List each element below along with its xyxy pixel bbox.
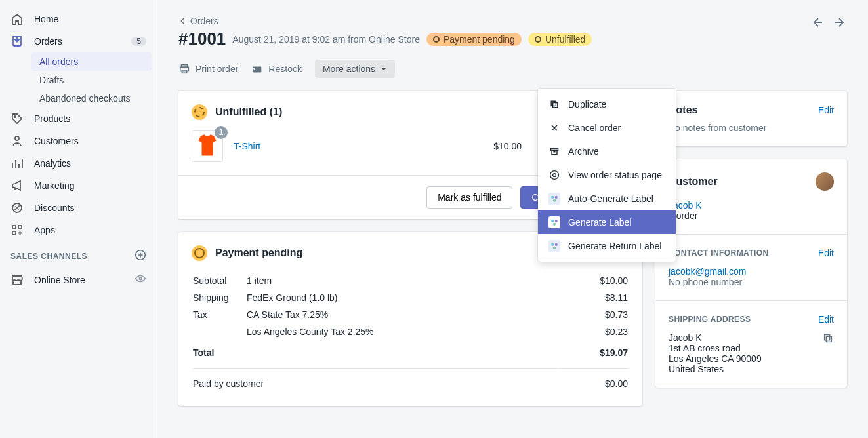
home-icon	[10, 12, 24, 26]
page-title: #1001	[178, 29, 226, 49]
nav-label: Marketing	[34, 180, 74, 191]
svg-rect-9	[180, 67, 189, 71]
svg-point-19	[553, 199, 556, 202]
app-icon	[548, 216, 560, 228]
title-row: #1001 August 21, 2019 at 9:02 am from On…	[178, 29, 847, 49]
svg-rect-3	[12, 226, 16, 229]
customer-phone: No phone number	[669, 277, 834, 287]
unfulfilled-ring-icon	[192, 104, 207, 120]
summary-row: Tax CA State Tax 7.25% $0.73	[193, 307, 628, 323]
svg-point-1	[15, 136, 19, 140]
status-dot-icon	[535, 36, 541, 43]
contact-info-title: CONTACT INFORMATION	[669, 249, 768, 258]
nav-discounts[interactable]: Discounts	[0, 197, 157, 219]
app-icon	[548, 193, 560, 205]
more-actions-menu: Duplicate Cancel order Archive View orde…	[538, 89, 676, 262]
duplicate-icon	[548, 98, 560, 110]
nav-label: Analytics	[34, 158, 71, 169]
analytics-icon	[10, 157, 24, 170]
nav-products[interactable]: Products	[0, 108, 157, 130]
payment-status-badge: Payment pending	[426, 33, 522, 46]
nav-label: Products	[34, 113, 70, 124]
svg-point-23	[551, 243, 554, 246]
nav-home[interactable]: Home	[0, 8, 157, 30]
customer-order-count: 1 order	[669, 210, 834, 221]
svg-point-24	[555, 243, 558, 246]
avatar[interactable]	[816, 172, 834, 191]
print-icon	[178, 63, 190, 75]
nav-label: Customers	[34, 136, 79, 146]
actions-row: Print order Restock More actions	[178, 60, 847, 78]
payment-ring-icon	[192, 245, 207, 261]
restock-button[interactable]: Restock	[251, 63, 302, 75]
svg-rect-12	[551, 101, 556, 106]
nav-orders[interactable]: Orders 5	[0, 30, 157, 52]
contact-edit-link[interactable]: Edit	[818, 248, 834, 258]
nav-customers[interactable]: Customers	[0, 130, 157, 152]
nav-label: Apps	[34, 225, 55, 235]
channels-title: SALES CHANNELS	[10, 252, 87, 261]
summary-total-row: Total $19.07	[193, 341, 628, 367]
view-icon	[548, 169, 560, 181]
sales-channels-header: SALES CHANNELS	[0, 241, 157, 268]
summary-row: Los Angeles County Tax 2.25% $0.23	[193, 324, 628, 340]
shipping-edit-link[interactable]: Edit	[818, 314, 834, 325]
summary-paid-row: Paid by customer $0.00	[193, 368, 628, 391]
nav-marketing[interactable]: Marketing	[0, 174, 157, 197]
subnav-abandoned[interactable]: Abandoned checkouts	[31, 89, 152, 108]
menu-duplicate[interactable]: Duplicate	[538, 92, 676, 116]
notes-card: Notes Edit No notes from customer	[655, 91, 847, 146]
prev-order-icon[interactable]	[810, 16, 823, 31]
tag-icon	[10, 112, 24, 125]
svg-point-21	[555, 220, 558, 222]
status-dot-icon	[433, 36, 440, 43]
menu-generate-return-label[interactable]: Generate Return Label	[538, 234, 676, 258]
nav-online-store[interactable]: Online Store	[0, 268, 157, 291]
subnav-all-orders[interactable]: All orders	[31, 52, 152, 71]
discount-icon	[10, 201, 24, 214]
print-order-button[interactable]: Print order	[178, 63, 238, 75]
svg-point-22	[553, 223, 556, 226]
tshirt-icon	[196, 134, 218, 159]
shipping-address: Jacob K 1st AB cross road Los Angeles CA…	[669, 332, 762, 374]
subnav-drafts[interactable]: Drafts	[31, 71, 152, 89]
nav-label: Discounts	[34, 203, 74, 213]
product-thumbnail[interactable]: 1	[192, 130, 223, 162]
product-name-link[interactable]: T-Shirt	[234, 141, 260, 151]
add-channel-icon[interactable]	[134, 249, 146, 263]
x-icon	[548, 122, 560, 134]
more-actions-button[interactable]: More actions	[315, 60, 395, 78]
menu-auto-generate-label[interactable]: Auto-Generate Label	[538, 187, 676, 210]
order-subtitle: August 21, 2019 at 9:02 am from Online S…	[232, 34, 420, 45]
eye-icon[interactable]	[134, 273, 146, 287]
person-icon	[10, 134, 24, 148]
next-order-icon[interactable]	[834, 16, 847, 31]
mark-fulfilled-button[interactable]: Mark as fulfilled	[426, 186, 512, 209]
svg-point-25	[553, 247, 556, 249]
customer-name-link[interactable]: Jacob K	[669, 200, 834, 210]
notes-empty: No notes from customer	[669, 123, 834, 133]
nav-apps[interactable]: Apps	[0, 219, 157, 241]
archive-icon	[548, 146, 560, 157]
unit-price: $10.00	[493, 141, 522, 151]
summary-row: Subtotal 1 item $10.00	[193, 273, 628, 289]
sidebar: Home Orders 5 All orders Drafts Abandone…	[0, 0, 157, 438]
menu-cancel-order[interactable]: Cancel order	[538, 116, 676, 140]
menu-archive[interactable]: Archive	[538, 140, 676, 163]
menu-view-status[interactable]: View order status page	[538, 163, 676, 187]
customer-card: Customer Jacob K 1 order CONTACT INFORMA…	[655, 159, 847, 388]
chevron-left-icon	[178, 16, 188, 26]
menu-generate-label[interactable]: Generate Label	[538, 210, 676, 234]
breadcrumb[interactable]: Orders	[178, 16, 847, 26]
orders-icon	[10, 35, 24, 48]
notes-edit-link[interactable]: Edit	[818, 105, 834, 115]
nav-label: Orders	[34, 36, 62, 47]
caret-down-icon	[381, 66, 387, 72]
svg-point-20	[551, 220, 554, 222]
nav-analytics[interactable]: Analytics	[0, 152, 157, 174]
qty-badge: 1	[215, 126, 228, 139]
customer-email-link[interactable]: jacobk@gmail.com	[669, 266, 834, 277]
copy-address-icon[interactable]	[822, 332, 834, 346]
svg-rect-14	[550, 148, 558, 150]
orders-subnav: All orders Drafts Abandoned checkouts	[0, 52, 157, 108]
